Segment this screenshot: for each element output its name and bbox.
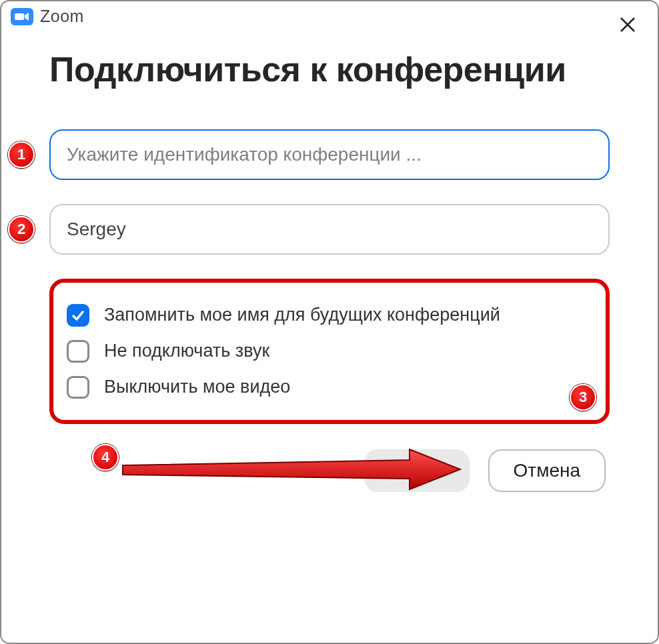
close-button[interactable] xyxy=(616,13,639,36)
option-no-audio[interactable]: Не подключать звук xyxy=(67,333,592,369)
checkbox-no-video[interactable] xyxy=(67,376,89,399)
name-row: 2 xyxy=(49,204,610,255)
checkmark-icon xyxy=(71,308,85,323)
svg-rect-0 xyxy=(15,13,24,20)
close-icon xyxy=(619,16,636,33)
cancel-button[interactable]: Отмена xyxy=(488,449,606,492)
footer-row: 4 Войти Отмена xyxy=(49,449,610,492)
annotation-badge-4: 4 xyxy=(92,444,119,471)
checkbox-no-audio[interactable] xyxy=(67,340,89,363)
meeting-id-row: 1 xyxy=(49,129,610,180)
checkbox-remember-name[interactable] xyxy=(67,304,89,327)
zoom-join-window: Zoom Подключиться к конференции 1 2 xyxy=(0,0,659,644)
titlebar: Zoom xyxy=(1,1,658,29)
join-button[interactable]: Войти xyxy=(364,449,469,492)
name-input[interactable] xyxy=(49,204,610,255)
annotation-badge-3: 3 xyxy=(570,384,596,411)
option-label: Не подключать звук xyxy=(104,341,269,361)
options-group: Запомнить мое имя для будущих конференци… xyxy=(49,279,610,424)
window-title: Zoom xyxy=(40,7,84,26)
option-label: Запомнить мое имя для будущих конференци… xyxy=(104,305,500,325)
content-area: Подключиться к конференции 1 2 Запомнить… xyxy=(1,29,658,492)
dialog-heading: Подключиться к конференции xyxy=(49,47,610,92)
annotation-badge-1: 1 xyxy=(8,141,35,168)
zoom-app-icon xyxy=(11,8,33,25)
option-remember-name[interactable]: Запомнить мое имя для будущих конференци… xyxy=(67,297,592,333)
option-no-video[interactable]: Выключить мое видео xyxy=(67,369,592,405)
meeting-id-input[interactable] xyxy=(49,129,610,180)
option-label: Выключить мое видео xyxy=(104,377,290,397)
annotation-badge-2: 2 xyxy=(8,216,35,243)
